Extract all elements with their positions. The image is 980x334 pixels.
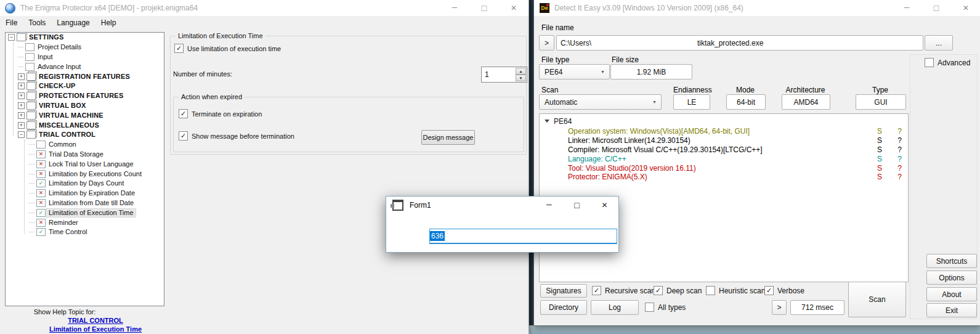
checkbox-unchecked-icon[interactable] [706,286,715,295]
file-path-input[interactable]: C:\Users\tiktak_protected.exe [556,35,923,51]
tree-item-lock-trial-to-user-language[interactable]: Lock Trial to User Language [6,159,164,169]
info-link[interactable]: ? [897,164,902,173]
maximize-icon[interactable] [563,197,591,214]
tree-item-common[interactable]: Common [6,140,164,150]
advanced-checkbox-row[interactable]: Advanced [925,58,970,67]
expand-box-icon[interactable] [18,92,25,99]
elapsed-arrow-button[interactable]: > [772,300,787,315]
tree-item-project-details[interactable]: Project Details [6,43,164,52]
tree-item-virtual-box[interactable]: VIRTUAL BOX [6,101,164,111]
maximize-icon[interactable] [469,0,499,16]
scan-result-root[interactable]: PE64 [545,116,908,126]
file-type-combo[interactable]: PE64 [539,64,610,79]
expand-box-icon[interactable] [18,73,25,80]
limitation-groupbox-title: Limitation of Execution Time [176,32,265,39]
form1-textbox[interactable]: 636 [429,229,617,244]
expand-box-icon[interactable] [18,83,25,89]
exit-button[interactable]: Exit [926,303,977,317]
settings-tree: SETTINGSProject DetailsInputAdvance Inpu… [5,32,164,306]
signature-link[interactable]: S [877,155,882,163]
collapse-triangle-icon[interactable] [545,120,549,123]
tree-item-virtual-machine[interactable]: VIRTUAL MACHINE [6,110,164,120]
tree-item-reminder[interactable]: Reminder [6,218,164,227]
expand-box-icon[interactable] [18,102,25,109]
collapse-box-icon[interactable] [18,131,25,138]
help-link-limitation-execution-time[interactable]: Limitation of Execution Time [12,325,179,333]
minimize-icon[interactable] [892,0,921,16]
tree-item-time-control[interactable]: Time Control [6,227,164,237]
tree-item-limitation-by-expiration-date[interactable]: Limitation by Expiration Date [6,189,164,198]
tree-item-check-up[interactable]: CHECK-UP [6,81,164,91]
log-button[interactable]: Log [591,300,639,315]
checkbox-checked-icon[interactable] [654,286,663,295]
about-button[interactable]: About [926,287,977,301]
tree-item-limitation-by-days-count[interactable]: Limitation by Days Count [6,179,164,189]
file-path-prefix: C:\Users\ [561,39,591,47]
tree-item-trial-control[interactable]: TRIAL CONTROL [6,130,164,140]
spin-down-icon[interactable] [516,75,526,81]
minimize-icon[interactable] [440,0,469,16]
browse-button[interactable]: ... [925,35,953,51]
tree-item-trial-data-storage[interactable]: Trial Data Storage [6,150,164,160]
recursive-scan-checkbox-row[interactable]: Recursive scan [592,286,655,295]
close-icon[interactable] [591,197,618,214]
show-message-checkbox-row[interactable]: Show message before termination [179,131,294,141]
minutes-spin-edit[interactable]: 1 [481,67,527,83]
menu-item-language[interactable]: Language [51,17,95,29]
collapse-box-icon[interactable] [8,34,15,41]
terminate-checkbox-row[interactable]: Terminate on expiration [179,109,262,118]
tree-item-protection-features[interactable]: PROTECTION FEATURES [6,91,164,101]
minimize-icon[interactable] [535,197,563,214]
info-link[interactable]: ? [897,127,902,136]
checkbox-checked-icon[interactable] [764,286,774,295]
shortcuts-button[interactable]: Shortcuts [926,254,977,268]
checkbox-unchecked-icon[interactable] [645,303,654,312]
scan-result-text: Operation system: Windows(Vista)[AMD64, … [568,127,750,136]
tree-item-registration-features[interactable]: REGISTRATION FEATURES [6,71,164,81]
signature-link[interactable]: S [877,127,882,136]
menu-item-tools[interactable]: Tools [23,17,51,29]
deep-scan-checkbox-row[interactable]: Deep scan [654,286,702,295]
heuristic-scan-checkbox-row[interactable]: Heuristic scan [706,286,765,295]
tree-item-limitation-from-date-till-date[interactable]: Limitation from Date till Date [6,198,164,208]
help-link-trial-control[interactable]: TRIAL CONTROL [12,317,179,324]
menu-item-file[interactable]: File [0,17,23,29]
tree-item-limitation-of-execution-time[interactable]: Limitation of Execution Time [6,208,164,218]
menu-item-help[interactable]: Help [95,17,122,29]
tree-item-label: Limitation of Execution Time [47,209,136,217]
scan-mode-combo[interactable]: Automatic [539,94,662,110]
tree-item-settings[interactable]: SETTINGS [6,33,164,43]
signatures-button[interactable]: Signatures [540,284,587,298]
tree-item-advance-input[interactable]: Advance Input [6,62,164,71]
info-link[interactable]: ? [897,155,902,163]
close-icon[interactable] [951,0,980,16]
expand-box-icon[interactable] [18,122,25,129]
checkbox-checked-icon[interactable] [179,131,188,141]
use-limitation-checkbox-row[interactable]: Use limitation of execution time [174,44,281,53]
signature-link[interactable]: S [877,136,882,145]
tree-item-input[interactable]: Input [6,52,164,62]
info-link[interactable]: ? [897,145,902,154]
spin-up-icon[interactable] [516,68,526,75]
tree-item-miscellaneous[interactable]: MISCELLANEOUS [6,120,164,130]
close-icon[interactable] [499,0,528,16]
maximize-icon[interactable] [921,0,951,16]
info-link[interactable]: ? [897,173,902,181]
tree-item-limitation-by-executions-count[interactable]: Limitation by Executions Count [6,169,164,179]
checkbox-checked-icon[interactable] [174,44,184,53]
info-link[interactable]: ? [897,136,902,145]
signature-link[interactable]: S [877,145,882,154]
verbose-checkbox-row[interactable]: Verbose [764,286,804,295]
all-types-checkbox-row[interactable]: All types [645,303,686,312]
signature-link[interactable]: S [877,164,882,173]
checkbox-checked-icon[interactable] [592,286,601,295]
options-button[interactable]: Options [926,271,977,285]
signature-link[interactable]: S [877,173,882,181]
expand-box-icon[interactable] [18,112,25,119]
open-file-arrow-button[interactable]: > [539,35,554,51]
checkbox-unchecked-icon[interactable] [925,58,934,67]
scan-button[interactable]: Scan [848,282,906,317]
design-message-button[interactable]: Design message [421,130,475,145]
directory-button[interactable]: Directory [540,300,587,315]
checkbox-checked-icon[interactable] [179,109,188,118]
